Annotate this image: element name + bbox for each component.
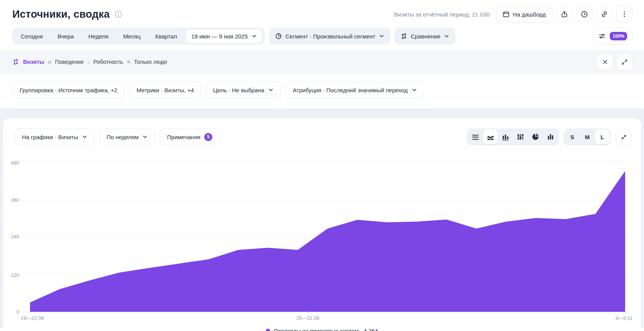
- kebab-icon: [621, 10, 628, 18]
- share-button[interactable]: [556, 6, 572, 22]
- chart-type-stacked[interactable]: [513, 130, 528, 144]
- to-dashboard-button[interactable]: На дашборд: [496, 6, 552, 22]
- visits-area-chart[interactable]: 480 360 240 120 0 19—22.06 25—31.08 3—9.…: [3, 151, 641, 323]
- chevron-down-icon: [252, 33, 257, 39]
- chevron-down-icon: [444, 33, 449, 39]
- sampling-badge: 100%: [610, 32, 627, 40]
- collapse-icon: [621, 134, 627, 140]
- granularity-dropdown[interactable]: По неделям: [99, 128, 155, 145]
- link-icon: [601, 10, 608, 18]
- preset-today[interactable]: Сегодня: [13, 28, 50, 45]
- chart-type-area[interactable]: [483, 130, 498, 144]
- series-total: 4 764: [364, 328, 378, 331]
- history-button[interactable]: [576, 6, 592, 22]
- chart-type-lines[interactable]: [468, 130, 483, 144]
- x-tick: [30, 312, 30, 314]
- metric-filter-band: Визиты и Поведение › Роботность = Только…: [0, 50, 644, 74]
- compare-icon: [400, 33, 407, 40]
- sampling-control[interactable]: 100%: [593, 28, 632, 45]
- expand-icon: [621, 59, 628, 65]
- series-color-dot: [266, 329, 270, 331]
- size-medium[interactable]: M: [580, 130, 595, 144]
- collapse-chart-button[interactable]: [616, 129, 632, 145]
- period-preset-group: Сегодня Вчера Неделя Месяц Квартал 19 ию…: [12, 28, 265, 45]
- segment-dropdown[interactable]: Сегмент · Произвольный сегмент: [269, 28, 390, 45]
- chevron-down-icon: [82, 134, 87, 140]
- report-header: Источники, сводка Визиты за отчётный пер…: [0, 0, 644, 26]
- on-chart-dropdown[interactable]: На графике · Визиты: [15, 128, 95, 145]
- chart-size-group: S M L: [564, 128, 611, 145]
- breadcrumb-metric[interactable]: Визиты: [23, 59, 44, 65]
- report-settings-row: Группировка · Источник трафика, +2 Метри…: [0, 74, 644, 108]
- dashboard-icon: [502, 11, 510, 18]
- more-menu-button[interactable]: [616, 6, 632, 22]
- copy-link-button[interactable]: [596, 6, 612, 22]
- info-icon[interactable]: [114, 10, 123, 18]
- size-large[interactable]: L: [595, 130, 610, 144]
- chevron-right-separator: ›: [88, 59, 90, 65]
- x-tick-label: 3—9.11: [615, 315, 632, 321]
- x-tick: [625, 312, 626, 314]
- share-icon: [561, 10, 568, 18]
- x-tick: [308, 312, 308, 314]
- chart-type-bars[interactable]: [498, 130, 513, 144]
- close-icon: [602, 59, 608, 65]
- x-tick-label: 19—22.06: [21, 315, 44, 321]
- equals-separator: =: [127, 59, 130, 65]
- preset-quarter[interactable]: Квартал: [148, 28, 184, 45]
- sliders-icon: [598, 32, 606, 40]
- close-filter-button[interactable]: [597, 54, 613, 70]
- goal-dropdown[interactable]: Цель · Не выбрана: [206, 82, 281, 98]
- breadcrumb-conjunction: и: [48, 59, 51, 65]
- chevron-down-icon: [268, 87, 274, 93]
- breadcrumb-subsection[interactable]: Роботность: [93, 59, 123, 65]
- chart-card-zone: На графике · Визиты По неделям Примечани…: [0, 108, 644, 328]
- area-series: [3, 151, 641, 320]
- segment-pie-icon: [275, 33, 282, 40]
- preset-month[interactable]: Месяц: [116, 28, 148, 45]
- chart-card: На графике · Визиты По неделям Примечани…: [3, 118, 641, 328]
- preset-yesterday[interactable]: Вчера: [50, 28, 81, 45]
- clock-icon: [581, 10, 588, 18]
- expand-filter-button[interactable]: [616, 54, 632, 70]
- size-small[interactable]: S: [565, 130, 580, 144]
- compare-dropdown[interactable]: Сравнение: [394, 28, 455, 45]
- notes-button[interactable]: Примечания 5: [160, 128, 220, 145]
- chevron-down-icon: [379, 33, 384, 39]
- attribution-dropdown[interactable]: Атрибуция · Последний значимый переход: [285, 82, 424, 98]
- chart-type-columns[interactable]: [543, 130, 558, 144]
- notes-count-badge: 5: [204, 133, 212, 141]
- chart-controls: На графике · Визиты По неделям Примечани…: [3, 118, 641, 145]
- date-range-dropdown[interactable]: 19 июн — 9 ноя 2025: [185, 29, 263, 43]
- chart-type-group: [467, 128, 559, 145]
- period-toolbar: Сегодня Вчера Неделя Месяц Квартал 19 ию…: [0, 26, 644, 50]
- page-title: Источники, сводка: [12, 8, 110, 20]
- grouping-chip[interactable]: Группировка · Источник трафика, +2: [12, 82, 125, 98]
- preset-week[interactable]: Неделя: [81, 28, 116, 45]
- chevron-down-icon: [142, 134, 148, 140]
- chevron-down-icon: [412, 87, 417, 93]
- chart-legend[interactable]: Переходы из поисковых систем 4 764: [3, 328, 641, 331]
- x-tick-label: 25—31.08: [296, 315, 319, 321]
- metrics-chip[interactable]: Метрики · Визиты, +4: [129, 82, 201, 98]
- metric-icon: [12, 58, 19, 65]
- series-name: Переходы из поисковых систем: [274, 328, 359, 331]
- period-visits-total: Визиты за отчётный период: 21 030: [394, 11, 490, 18]
- breadcrumb-value[interactable]: Только люди: [134, 59, 167, 65]
- chart-type-pie[interactable]: [528, 130, 543, 144]
- breadcrumb-section[interactable]: Поведение: [55, 59, 83, 65]
